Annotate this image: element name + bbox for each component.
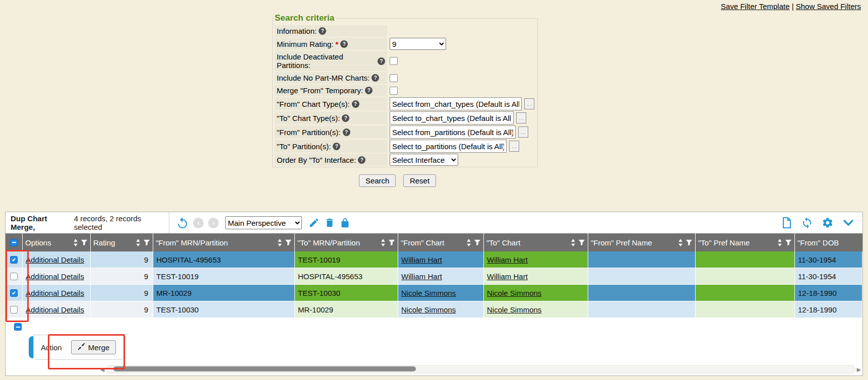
- help-icon[interactable]: ?: [378, 57, 385, 65]
- sort-icon[interactable]: [136, 239, 141, 246]
- column-header-from-pref-name[interactable]: "From" Pref Name: [588, 233, 696, 251]
- to-chart-types-input[interactable]: [390, 111, 514, 124]
- column-header-rating[interactable]: Rating: [91, 233, 153, 251]
- scrollbar-track[interactable]: [106, 365, 855, 373]
- include-no-partmr-charts-checkbox[interactable]: [390, 74, 398, 82]
- form-row-minimum-rating: Minimum Rating: * ? 9: [275, 38, 534, 50]
- reset-button[interactable]: Reset: [403, 174, 436, 187]
- to-partitions-input[interactable]: [390, 140, 507, 153]
- from-chart-link[interactable]: William Hart: [401, 272, 442, 281]
- search-button[interactable]: Search: [359, 174, 396, 187]
- row-checkbox[interactable]: [10, 256, 18, 264]
- scroll-right-arrow[interactable]: ▶: [855, 366, 862, 373]
- to-partitions-browse-button[interactable]: ...: [509, 141, 519, 152]
- filter-funnel-icon[interactable]: [285, 239, 292, 246]
- scrollbar-thumb[interactable]: [113, 366, 416, 371]
- to-chart-types-browse-button[interactable]: ...: [516, 112, 526, 123]
- to-chart-link[interactable]: William Hart: [487, 272, 528, 281]
- select-all-footer-checkbox[interactable]: [14, 323, 22, 331]
- filter-links: Save Filter Template | Show Saved Filter…: [721, 2, 861, 11]
- help-icon[interactable]: ?: [358, 156, 365, 164]
- new-document-icon[interactable]: [781, 217, 792, 229]
- refresh-icon[interactable]: [801, 217, 813, 229]
- include-deactivated-partitions-checkbox[interactable]: [390, 57, 398, 65]
- undo-icon[interactable]: [176, 217, 189, 229]
- trash-icon[interactable]: [324, 217, 335, 228]
- additional-details-link[interactable]: Additional Details: [26, 272, 84, 281]
- from-partitions-input[interactable]: [390, 125, 516, 139]
- filter-funnel-icon[interactable]: [785, 239, 792, 246]
- save-filter-template-link[interactable]: Save Filter Template: [721, 2, 789, 11]
- show-saved-filters-link[interactable]: Show Saved Filters: [796, 2, 861, 11]
- sort-icon[interactable]: [73, 239, 78, 246]
- from-partitions-browse-button[interactable]: ...: [518, 126, 528, 138]
- column-header-to-mrn[interactable]: "To" MRN/Partition: [295, 233, 398, 251]
- settings-gear-icon[interactable]: [822, 217, 834, 229]
- help-icon[interactable]: ?: [342, 114, 349, 122]
- column-header-options[interactable]: Options: [23, 233, 91, 251]
- filter-funnel-icon[interactable]: [686, 239, 693, 246]
- sort-icon[interactable]: [277, 239, 282, 246]
- additional-details-link[interactable]: Additional Details: [26, 256, 84, 264]
- to-chart-link[interactable]: William Hart: [487, 256, 528, 264]
- grid-title: Dup Chart Merge,4 records, 2 records sel…: [6, 212, 169, 233]
- help-icon[interactable]: ?: [319, 27, 326, 35]
- form-row-from-partitions: "From" Partition(s): ? ...: [275, 125, 534, 139]
- table-row: Additional Details 9 TEST-10030 MR-10029…: [6, 301, 862, 318]
- minimum-rating-select[interactable]: 9: [390, 38, 446, 50]
- sort-icon[interactable]: [777, 239, 782, 246]
- scroll-left-arrow[interactable]: ◀: [99, 366, 106, 373]
- filter-funnel-icon[interactable]: [474, 239, 481, 246]
- help-icon[interactable]: ?: [343, 129, 350, 136]
- from-chart-types-browse-button[interactable]: ...: [524, 98, 534, 109]
- help-icon[interactable]: ?: [352, 100, 359, 108]
- edit-pencil-icon[interactable]: [308, 217, 320, 228]
- help-icon[interactable]: ?: [333, 143, 340, 150]
- help-icon[interactable]: ?: [371, 74, 379, 82]
- from-partitions-label: "From" Partition(s): ?: [275, 125, 387, 139]
- to-chart-link[interactable]: Nicole Simmons: [487, 305, 541, 314]
- merge-button[interactable]: Merge: [71, 340, 116, 354]
- filter-funnel-icon[interactable]: [388, 239, 395, 246]
- row-checkbox[interactable]: [10, 273, 18, 280]
- from-chart-link[interactable]: Nicole Simmons: [401, 289, 456, 297]
- additional-details-link[interactable]: Additional Details: [26, 305, 84, 314]
- column-header-from-chart[interactable]: "From" Chart: [398, 233, 484, 251]
- field-label-text: Information:: [277, 27, 317, 35]
- lock-icon[interactable]: [340, 218, 350, 228]
- table-row: Additional Details 9 TEST-10019 HOSPITAL…: [6, 268, 862, 285]
- column-header-to-pref-name[interactable]: "To" Pref Name: [696, 233, 795, 251]
- sort-icon[interactable]: [571, 239, 576, 246]
- to-chart-link[interactable]: Nicole Simmons: [487, 289, 541, 297]
- rating-cell: 9: [91, 285, 153, 301]
- from-mrn-cell: TEST-10030: [153, 301, 295, 318]
- column-header-to-chart[interactable]: "To" Chart: [484, 233, 588, 251]
- filter-funnel-icon[interactable]: [143, 239, 150, 246]
- order-by-interface-select[interactable]: Select Interface: [390, 154, 458, 166]
- collapse-chevron-icon[interactable]: [842, 218, 854, 227]
- perspective-select[interactable]: Main Perspective: [225, 216, 302, 229]
- row-checkbox[interactable]: [10, 306, 18, 313]
- field-label-text: Include No Part-MR Charts:: [277, 74, 369, 82]
- row-checkbox[interactable]: [10, 289, 18, 297]
- from-chart-link[interactable]: Nicole Simmons: [401, 305, 456, 314]
- help-icon[interactable]: ?: [340, 40, 348, 48]
- nav-forward-icon[interactable]: ›: [208, 218, 219, 228]
- filter-funnel-icon[interactable]: [578, 239, 585, 246]
- horizontal-scrollbar[interactable]: ◀ ▶: [6, 365, 862, 373]
- nav-back-icon[interactable]: ‹: [193, 218, 204, 228]
- column-header-from-mrn[interactable]: "From" MRN/Partition: [153, 233, 295, 251]
- filter-funnel-icon[interactable]: [81, 239, 88, 246]
- sort-icon[interactable]: [381, 239, 386, 246]
- from-chart-types-input[interactable]: [390, 97, 522, 110]
- additional-details-link[interactable]: Additional Details: [26, 289, 84, 297]
- action-label: Action: [41, 343, 62, 352]
- help-icon[interactable]: ?: [365, 87, 373, 94]
- sort-icon[interactable]: [678, 239, 683, 246]
- from-chart-link[interactable]: William Hart: [401, 256, 442, 264]
- sort-icon[interactable]: [466, 239, 471, 246]
- select-all-checkbox[interactable]: [10, 239, 18, 246]
- merge-from-temporary-checkbox[interactable]: [390, 87, 398, 95]
- field-label-text: "To" Chart Type(s):: [277, 114, 340, 122]
- column-header-from-dob[interactable]: "From" DOB: [795, 233, 862, 251]
